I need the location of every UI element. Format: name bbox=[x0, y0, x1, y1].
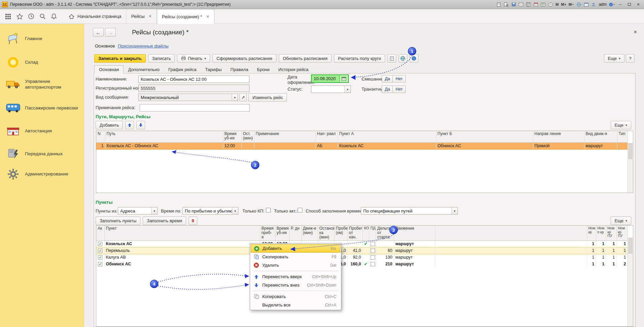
maximize-button[interactable] bbox=[625, 2, 633, 7]
chevron-down-icon[interactable]: ▾ bbox=[232, 94, 238, 101]
cell[interactable]: 160,0 bbox=[347, 261, 363, 267]
context-menu-item-move-up[interactable]: Переместить вверх Ctrl+Shift+Up bbox=[251, 272, 340, 281]
globe-button[interactable] bbox=[399, 54, 407, 63]
col-header[interactable]: Пункт А bbox=[338, 131, 436, 142]
checkbox-checked[interactable]: ✓ bbox=[98, 255, 102, 260]
history-clock-icon[interactable] bbox=[548, 2, 553, 7]
checkbox-empty[interactable] bbox=[371, 249, 375, 253]
time-by-select[interactable]: По прибытию и убытию ▾ bbox=[182, 207, 238, 215]
tab-trips-create[interactable]: Рейсы (создание) * ✕ bbox=[157, 9, 214, 24]
cell[interactable] bbox=[435, 247, 587, 254]
cell[interactable]: 1 bbox=[606, 247, 616, 254]
history-icon[interactable] bbox=[28, 13, 34, 20]
document-preview-icon[interactable] bbox=[496, 2, 502, 7]
close-form-button[interactable]: ✕ bbox=[632, 29, 639, 35]
col-header[interactable]: Движ-е (мин) bbox=[301, 226, 318, 240]
checkbox-checked[interactable]: ✓ bbox=[98, 249, 102, 253]
cell-ko[interactable] bbox=[363, 254, 369, 261]
tab-basic[interactable]: Основная bbox=[94, 65, 124, 73]
cell[interactable]: 210 bbox=[376, 261, 394, 267]
col-header[interactable]: Тип bbox=[617, 131, 628, 142]
trip-note-input[interactable] bbox=[140, 104, 250, 111]
tab-rules[interactable]: Правила bbox=[226, 65, 253, 73]
col-header[interactable]: Дельта от старта bbox=[376, 226, 394, 240]
cell-ko[interactable]: ✔ bbox=[363, 240, 369, 247]
tab-home[interactable]: Начальная страница bbox=[63, 9, 127, 24]
point-row[interactable]: ✓ Козельск АС 12:00 12:00 ✔ маршрут 1 1 … bbox=[96, 240, 628, 247]
globe-icon[interactable] bbox=[576, 2, 582, 7]
cell[interactable]: 1 bbox=[616, 254, 628, 261]
col-header[interactable]: Р. дн bbox=[289, 226, 301, 240]
sidebar-item-transport[interactable]: Управление автотранспортом bbox=[0, 75, 84, 94]
cell[interactable]: Обнинск АС bbox=[436, 142, 533, 149]
scrollbar-thumb[interactable] bbox=[629, 238, 632, 254]
points-table-scrollbar[interactable] bbox=[628, 237, 633, 326]
cell[interactable]: Калуга АВ bbox=[104, 254, 260, 261]
sidebar-item-warehouse[interactable]: Склад bbox=[0, 53, 84, 72]
col-header[interactable]: Ном кр ПУ bbox=[606, 226, 616, 240]
col-header[interactable]: Время уб-ия bbox=[275, 226, 289, 240]
chevron-down-icon[interactable]: ▾ bbox=[232, 207, 238, 214]
main-menu-icon[interactable] bbox=[5, 13, 11, 20]
print-dropdown-icon[interactable]: ▾ bbox=[204, 57, 206, 60]
context-menu-item-delete[interactable]: Удалить Del bbox=[251, 261, 340, 269]
col-header[interactable]: Ном п кр bbox=[596, 226, 606, 240]
mixed-no-button[interactable]: Нет bbox=[393, 75, 406, 83]
nav-link-attached-files[interactable]: Присоединенные файлы bbox=[118, 43, 169, 48]
cell[interactable]: 41,0 bbox=[347, 247, 363, 254]
cell-active[interactable]: ✓ bbox=[96, 247, 104, 254]
cell[interactable]: 1 bbox=[596, 261, 606, 267]
points-more-button[interactable]: Еще ▾ bbox=[611, 217, 631, 225]
date-field-highlighted[interactable]: 10.09.2020 bbox=[311, 74, 349, 83]
cell-pd[interactable] bbox=[369, 247, 376, 254]
info-dropdown-icon[interactable]: i bbox=[609, 2, 615, 7]
fill-points-button[interactable]: Заполнить пункты bbox=[96, 217, 140, 225]
transit-no-button[interactable]: Нет bbox=[393, 86, 406, 93]
name-input[interactable]: Козельск АС - Обнинск АС 12:00 bbox=[138, 75, 249, 83]
tab-trip-history[interactable]: История рейса bbox=[274, 65, 313, 73]
checkbox-empty[interactable] bbox=[371, 242, 375, 246]
chevron-down-icon[interactable]: ▾ bbox=[451, 207, 457, 214]
col-header[interactable]: Пункт Б bbox=[436, 131, 533, 142]
tab-trips[interactable]: Рейсы ✕ bbox=[127, 9, 157, 24]
calendar-icon[interactable] bbox=[533, 2, 539, 7]
cell[interactable]: 1 bbox=[587, 254, 596, 261]
checkbox-empty[interactable] bbox=[371, 262, 375, 266]
cell[interactable] bbox=[254, 142, 315, 149]
col-header[interactable]: Пробег от нач. bbox=[347, 226, 363, 240]
col-header[interactable]: Ост. (мин) bbox=[241, 131, 254, 142]
sidebar-item-passenger[interactable]: Пассажирские перевозки bbox=[0, 99, 84, 118]
col-header[interactable]: Время приб-я bbox=[260, 226, 275, 240]
save-icon[interactable] bbox=[511, 2, 516, 7]
calc-semicircles-button[interactable]: Расчитать полу круги bbox=[334, 54, 385, 63]
make-schedule-button[interactable]: Сформировать расписание bbox=[212, 54, 276, 63]
scrollbar-thumb[interactable] bbox=[629, 143, 632, 159]
cell[interactable]: 12:00 bbox=[223, 142, 241, 149]
col-header[interactable]: Примечание bbox=[254, 131, 315, 142]
status-select[interactable]: ▾ bbox=[311, 86, 351, 93]
cell[interactable]: маршрут bbox=[584, 142, 617, 149]
print-button[interactable]: Печать ▾ bbox=[177, 54, 210, 63]
move-up-button[interactable] bbox=[125, 121, 134, 129]
cell[interactable]: 1 bbox=[616, 240, 628, 247]
only-active-checkbox[interactable] bbox=[298, 208, 302, 212]
col-header[interactable]: Движение bbox=[394, 226, 435, 240]
paths-table-scrollbar[interactable] bbox=[628, 143, 633, 193]
points-from-select[interactable]: Адреса ▾ bbox=[118, 207, 158, 215]
paths-more-button[interactable]: Еще ▾ bbox=[611, 121, 631, 129]
nav-link-main[interactable]: Основное bbox=[95, 43, 115, 48]
cell[interactable]: маршрут bbox=[394, 247, 435, 254]
notifications-bell-icon[interactable] bbox=[50, 13, 57, 20]
update-schedule-button[interactable]: Обновить расписания bbox=[279, 54, 332, 63]
cell[interactable] bbox=[435, 254, 587, 261]
move-down-button[interactable] bbox=[136, 121, 145, 129]
sidebar-item-data-transfer[interactable]: Передача данных bbox=[0, 144, 84, 163]
minimize-button[interactable]: ─ bbox=[616, 2, 624, 7]
cell-pd[interactable] bbox=[369, 240, 376, 247]
col-header[interactable]: N bbox=[96, 131, 105, 142]
save-button[interactable]: Записать bbox=[148, 54, 175, 63]
current-user-label[interactable]: adm bbox=[599, 2, 607, 7]
cell[interactable] bbox=[435, 261, 587, 267]
context-menu-item-add[interactable]: Добавить Ins bbox=[251, 244, 340, 253]
cell[interactable]: Козельск АС - Обнинск АС bbox=[105, 142, 223, 149]
